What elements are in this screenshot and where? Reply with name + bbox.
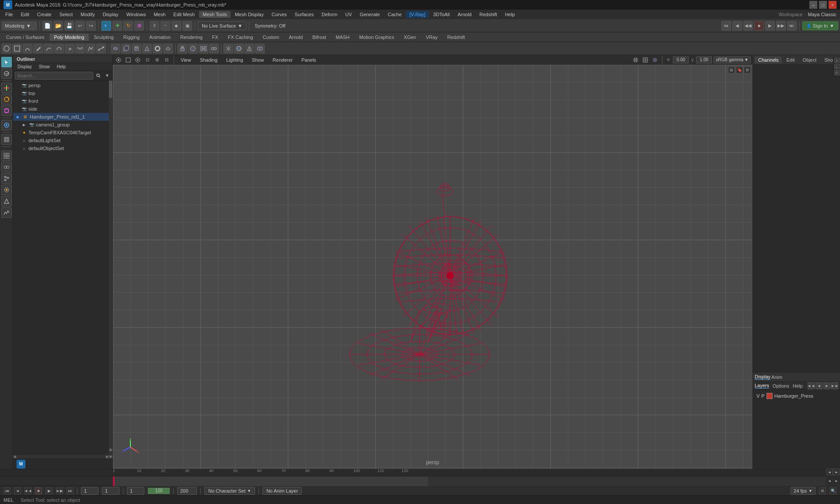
outliner-item-front[interactable]: 📷 front <box>13 97 112 105</box>
tab-motion-graphics[interactable]: Motion Graphics <box>355 34 399 41</box>
hscroll-right-arrow[interactable]: ► <box>105 455 109 458</box>
rp-tab-object[interactable]: Object <box>799 56 820 63</box>
tool-triangulate[interactable] <box>245 44 254 53</box>
vp-fit-icon[interactable]: ⊡ <box>144 56 151 64</box>
tab-redshift[interactable]: Redshift <box>443 34 469 41</box>
next-keyframe-button[interactable]: ▶▶ <box>776 21 786 31</box>
tab-sculpting[interactable]: Sculpting <box>90 34 118 41</box>
close-button[interactable]: × <box>829 1 836 9</box>
snap-curve-button[interactable]: ~ <box>161 21 170 31</box>
menu-3dtoall[interactable]: 3DToAll <box>430 11 453 18</box>
vp-colorspace-dropdown[interactable]: sRGB gamma ▼ <box>714 56 751 63</box>
menu-curves[interactable]: Curves <box>268 11 290 18</box>
tool-square[interactable] <box>12 44 22 53</box>
tab-fx-caching[interactable]: FX Caching <box>224 34 257 41</box>
layer-item-hamburger[interactable]: V P Hamburger_Press <box>755 392 838 400</box>
tool-wave[interactable] <box>75 44 85 53</box>
snap-grid-button[interactable]: # <box>150 21 159 31</box>
prev-keyframe-button[interactable]: ◀ <box>732 21 742 31</box>
rps-help-tab[interactable]: Help <box>793 383 803 388</box>
menu-select[interactable]: Select <box>56 11 77 18</box>
vp-options-button[interactable]: ⚙ <box>744 66 751 74</box>
render-settings-button[interactable] <box>1 185 12 195</box>
redo-button[interactable]: ↪ <box>86 21 96 31</box>
menu-help[interactable]: Help <box>501 11 518 18</box>
tool-cube[interactable] <box>121 44 131 53</box>
menu-create[interactable]: Create <box>34 11 55 18</box>
search-input[interactable] <box>15 72 93 80</box>
search-button[interactable] <box>95 72 102 79</box>
vp-menu-show[interactable]: Show <box>248 56 268 63</box>
modeling-dropdown[interactable]: Modeling ▼ <box>2 21 37 30</box>
timeline-track[interactable] <box>113 476 826 486</box>
fps-indicator[interactable]: 24 fps ▼ <box>791 487 816 495</box>
tl-scroll-right2[interactable]: ► <box>833 476 840 486</box>
tab-rigging[interactable]: Rigging <box>119 34 144 41</box>
sb-play-forward-button[interactable]: ▶ <box>46 487 52 494</box>
prev-frame-button[interactable]: ⏮ <box>721 21 731 31</box>
tool-bevel[interactable] <box>188 44 198 53</box>
tool-curve1[interactable] <box>23 44 32 53</box>
hscroll-left-arrow[interactable]: ◄ <box>13 455 17 458</box>
layer-color-swatch[interactable] <box>766 393 773 399</box>
outliner-item-hamburger[interactable]: ▶ ⊞ Hamburger_Press_nd1_1 <box>13 113 112 121</box>
vp-grid-toggle[interactable] <box>632 56 640 64</box>
stop-button[interactable]: ■ <box>754 21 764 31</box>
outliner-scrollbar[interactable]: ▲ ▼ <box>109 80 112 458</box>
show-manipulator-button[interactable] <box>1 134 12 145</box>
menu-display[interactable]: Display <box>99 11 122 18</box>
outliner-scrollbar-thumb[interactable] <box>109 80 112 98</box>
outliner-menu-display[interactable]: Display <box>15 64 35 70</box>
tool-torus[interactable] <box>153 44 162 53</box>
vp-menu-renderer[interactable]: Renderer <box>269 56 296 63</box>
sb-prev-key-button[interactable]: ⏮ <box>4 487 10 494</box>
select-mode-button[interactable] <box>1 57 12 67</box>
open-file-button[interactable]: 📂 <box>53 21 63 31</box>
vp-gamma-input[interactable]: 1.00 <box>696 56 712 63</box>
move-tool-button[interactable]: ✛ <box>112 21 122 31</box>
menu-arnold[interactable]: Arnold <box>454 11 475 18</box>
new-file-button[interactable]: 📄 <box>42 21 52 31</box>
menu-modify[interactable]: Modify <box>77 11 98 18</box>
play-back-button[interactable]: ◀◀ <box>743 21 753 31</box>
no-character-set-indicator[interactable]: No Character Set ▼ <box>204 487 255 495</box>
menu-redshift[interactable]: Redshift <box>476 11 500 18</box>
menu-surfaces[interactable]: Surfaces <box>291 11 317 18</box>
menu-edit[interactable]: Edit <box>18 11 33 18</box>
vp-maximize-button[interactable]: ⊞ <box>728 66 735 74</box>
tool-mirror[interactable] <box>224 44 233 53</box>
menu-windows[interactable]: Windows <box>123 11 150 18</box>
rotate-tool-left-button[interactable] <box>1 94 12 105</box>
outliner-item-persp[interactable]: 📷 persp <box>13 81 112 89</box>
vp-menu-shading[interactable]: Shading <box>196 56 221 63</box>
scale-tool-button[interactable]: ⊞ <box>134 21 144 31</box>
tab-arnold[interactable]: Arnold <box>284 34 307 41</box>
rp-tab-channels[interactable]: Channels <box>755 56 782 63</box>
paint-select-button[interactable] <box>1 68 12 79</box>
tool-arc[interactable] <box>44 44 53 53</box>
sb-stop-button[interactable]: ■ <box>35 487 42 494</box>
vp-select-icon[interactable] <box>124 56 132 64</box>
layer-ctrl-btn-3[interactable]: ► <box>823 382 830 389</box>
outliner-menu-help[interactable]: Help <box>54 64 69 70</box>
menu-mesh-tools[interactable]: Mesh Tools <box>199 11 230 18</box>
vp-shaded-toggle[interactable] <box>651 56 659 64</box>
minimize-button[interactable]: – <box>809 1 817 9</box>
viewport-canvas[interactable]: .wire { fill: none; stroke: #cc0033; str… <box>113 65 752 469</box>
tab-vray[interactable]: VRay <box>421 34 442 41</box>
no-anim-layer-indicator[interactable]: No Anim Layer <box>262 487 302 495</box>
sb-settings-button[interactable]: ⚙ <box>819 487 826 494</box>
save-file-button[interactable]: 💾 <box>64 21 74 31</box>
vp-menu-lighting[interactable]: Lighting <box>223 56 247 63</box>
animation-end-field[interactable]: 200 <box>177 487 197 495</box>
tl-scroll-left[interactable]: ◄ <box>826 469 833 476</box>
outliner-item-top[interactable]: 📷 top <box>13 89 112 97</box>
layer-ctrl-btn-4[interactable]: ►► <box>831 382 838 389</box>
rps-tab-anim[interactable]: Anim <box>771 374 782 380</box>
tab-animation[interactable]: Animation <box>145 34 175 41</box>
rps-options-tab[interactable]: Options <box>773 383 789 388</box>
vp-menu-view[interactable]: View <box>177 56 195 63</box>
tab-bifrost[interactable]: Bifrost <box>308 34 330 41</box>
outliner-item-camera-group[interactable]: ▶ 📷 camera1_group <box>13 121 112 129</box>
play-forward-button[interactable]: ▶ <box>765 21 775 31</box>
